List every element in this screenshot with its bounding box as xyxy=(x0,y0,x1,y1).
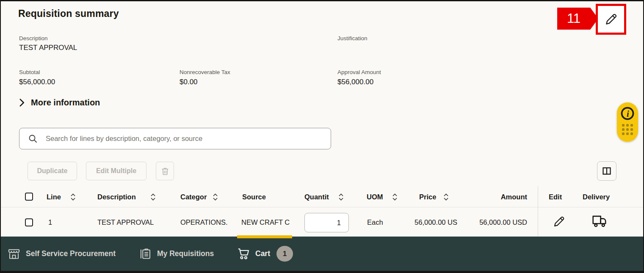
storefront-icon xyxy=(8,248,20,260)
footer-item-ssp[interactable]: Self Service Procurement xyxy=(8,237,116,271)
requisition-summary-screen: Requisition summary 11 Description TEST … xyxy=(0,0,644,273)
quantity-input[interactable] xyxy=(304,213,349,232)
col-edit: Edit xyxy=(549,186,562,207)
footer-item-requisitions[interactable]: My Requisitions xyxy=(140,237,214,271)
pencil-icon xyxy=(552,215,566,229)
cell-category: OPERATIONS. xyxy=(180,208,228,237)
columns-button[interactable] xyxy=(597,161,616,181)
subtotal-label: Subtotal xyxy=(19,69,40,75)
sort-quantity-icon[interactable] xyxy=(338,193,344,201)
cart-badge: 1 xyxy=(276,246,293,262)
search-icon xyxy=(28,134,38,144)
sort-uom-icon[interactable] xyxy=(392,193,398,201)
row-delivery-button[interactable] xyxy=(592,215,608,228)
lines-table-header: Line Description Categor Source Quantit … xyxy=(1,186,644,207)
more-information-toggle[interactable]: More information xyxy=(19,98,100,108)
search-box xyxy=(19,128,331,149)
tax-label: Nonrecoverable Tax xyxy=(180,69,230,75)
sort-description-icon[interactable] xyxy=(150,193,156,201)
cart-active-indicator xyxy=(237,235,292,238)
cell-uom: Each xyxy=(367,208,383,237)
clipboard-icon xyxy=(140,248,152,260)
footer-bar: Self Service Procurement My Requisitions xyxy=(1,237,644,271)
footer-item-cart[interactable]: Cart 1 xyxy=(237,237,293,271)
callout-11: 11 xyxy=(557,8,598,30)
col-line: Line xyxy=(47,186,61,207)
search-input[interactable] xyxy=(46,135,325,143)
delete-button[interactable] xyxy=(156,162,174,180)
page-title: Requisition summary xyxy=(18,8,119,19)
shopping-cart-icon xyxy=(237,248,250,260)
col-amount: Amount xyxy=(467,186,527,207)
edit-requisition-button[interactable] xyxy=(596,4,626,35)
col-quantity: Quantit xyxy=(304,186,329,207)
more-information-label: More information xyxy=(31,98,100,108)
justification-label: Justification xyxy=(337,35,368,41)
row-edit-button[interactable] xyxy=(552,215,566,229)
truck-icon xyxy=(592,215,608,228)
cell-line: 1 xyxy=(48,208,52,237)
svg-text:i: i xyxy=(627,109,629,119)
description-label: Description xyxy=(19,35,48,41)
duplicate-button[interactable]: Duplicate xyxy=(28,162,77,180)
lines-table-row: 1 TEST APPROVAL OPERATIONS. NEW CRAFT C … xyxy=(1,208,644,237)
col-uom: UOM xyxy=(367,186,383,207)
pencil-icon xyxy=(604,12,618,27)
sort-line-icon[interactable] xyxy=(70,193,76,201)
select-all-checkbox[interactable] xyxy=(25,193,33,201)
subtotal-value: $56,000.00 xyxy=(19,78,55,86)
description-value: TEST APPROVAL xyxy=(19,44,77,52)
dots-grid-icon xyxy=(622,124,633,135)
sort-price-icon[interactable] xyxy=(443,193,449,201)
col-description: Description xyxy=(97,186,136,207)
cell-source: NEW CRAFT C xyxy=(241,208,304,237)
cell-amount: 56,000.00 USD xyxy=(467,208,527,237)
approval-amount-value: $56,000.00 xyxy=(337,78,373,86)
help-widget[interactable]: i xyxy=(617,102,638,142)
cell-description: TEST APPROVAL xyxy=(97,208,154,237)
tax-value: $0.00 xyxy=(180,78,198,86)
row-checkbox[interactable] xyxy=(25,218,33,226)
edit-multiple-button[interactable]: Edit Multiple xyxy=(86,162,146,180)
split-columns-icon xyxy=(602,166,612,176)
col-price: Price xyxy=(419,186,436,207)
footer-item-label: Cart xyxy=(255,249,270,258)
chevron-right-icon xyxy=(19,99,25,107)
cell-price: 56,000.00 US xyxy=(407,208,457,237)
col-category: Categor xyxy=(180,186,207,207)
col-delivery: Delivery xyxy=(583,186,610,207)
callout-number: 11 xyxy=(557,8,590,30)
col-source: Source xyxy=(242,186,266,207)
approval-amount-label: Approval Amount xyxy=(337,69,381,75)
info-circle-icon: i xyxy=(620,106,635,121)
trash-icon xyxy=(160,166,170,176)
footer-item-label: Self Service Procurement xyxy=(26,249,116,258)
sort-category-icon[interactable] xyxy=(213,193,218,201)
footer-item-label: My Requisitions xyxy=(157,249,214,258)
